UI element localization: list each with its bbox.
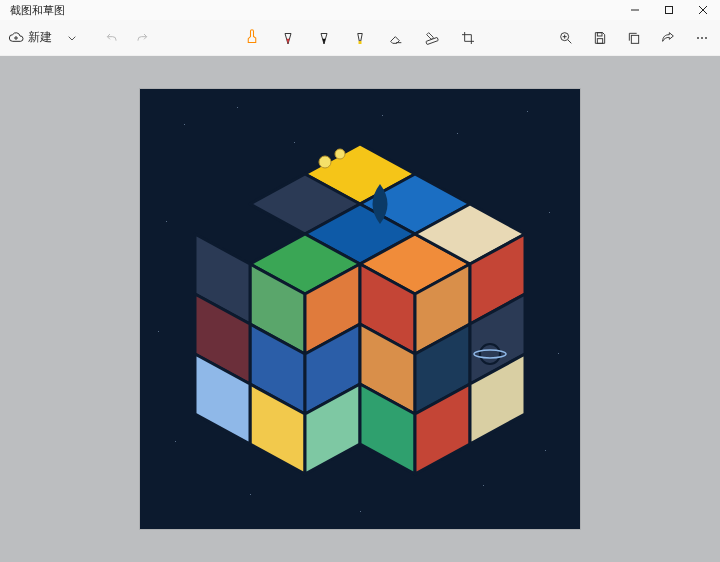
- svg-point-51: [319, 156, 331, 168]
- undo-icon: [104, 30, 120, 46]
- ruler-icon: [424, 30, 440, 46]
- touch-write-icon: [243, 29, 261, 47]
- svg-rect-20: [631, 35, 638, 43]
- pen-red-button[interactable]: [274, 24, 302, 52]
- new-button[interactable]: 新建: [4, 24, 56, 52]
- svg-point-22: [701, 37, 703, 39]
- zoom-icon: [558, 30, 574, 46]
- zoom-button[interactable]: [552, 24, 580, 52]
- maximize-button[interactable]: [652, 0, 686, 20]
- copy-icon: [626, 30, 642, 46]
- toolbar: 新建: [0, 20, 720, 56]
- window-title: 截图和草图: [10, 3, 65, 18]
- close-icon: [698, 5, 708, 15]
- canvas-image: [140, 89, 580, 529]
- svg-rect-1: [666, 7, 673, 14]
- pen-black-button[interactable]: [310, 24, 338, 52]
- minimize-button[interactable]: [618, 0, 652, 20]
- svg-line-15: [568, 40, 571, 43]
- canvas-area[interactable]: [0, 56, 720, 562]
- cube-illustration: [190, 124, 530, 494]
- highlighter-icon: [351, 29, 369, 47]
- svg-rect-19: [597, 38, 602, 43]
- eraser-icon: [388, 30, 404, 46]
- touch-write-button[interactable]: [238, 24, 266, 52]
- close-button[interactable]: [686, 0, 720, 20]
- redo-icon: [134, 30, 150, 46]
- save-button[interactable]: [586, 24, 614, 52]
- svg-point-52: [335, 149, 345, 159]
- toolbar-right: [552, 24, 716, 52]
- share-icon: [660, 30, 676, 46]
- app-window: 截图和草图 新建: [0, 0, 720, 562]
- svg-point-53: [480, 344, 500, 364]
- more-icon: [694, 30, 710, 46]
- eraser-button[interactable]: [382, 24, 410, 52]
- svg-rect-11: [359, 41, 362, 44]
- new-button-label: 新建: [28, 29, 52, 46]
- pen-black-icon: [315, 29, 333, 47]
- share-button[interactable]: [654, 24, 682, 52]
- undo-button[interactable]: [98, 24, 126, 52]
- window-controls: [618, 0, 720, 20]
- copy-button[interactable]: [620, 24, 648, 52]
- save-icon: [592, 30, 608, 46]
- toolbar-center: [238, 24, 482, 52]
- more-button[interactable]: [688, 24, 716, 52]
- maximize-icon: [664, 5, 674, 15]
- svg-rect-18: [597, 32, 602, 35]
- svg-marker-10: [358, 33, 363, 41]
- crop-button[interactable]: [454, 24, 482, 52]
- toolbar-left: 新建: [4, 24, 156, 52]
- pen-red-icon: [279, 29, 297, 47]
- svg-point-23: [705, 37, 707, 39]
- minimize-icon: [630, 5, 640, 15]
- cloud-add-icon: [8, 30, 24, 46]
- new-dropdown-button[interactable]: [58, 24, 86, 52]
- redo-button[interactable]: [128, 24, 156, 52]
- highlighter-button[interactable]: [346, 24, 374, 52]
- crop-icon: [460, 30, 476, 46]
- svg-point-21: [697, 37, 699, 39]
- chevron-down-icon: [64, 30, 80, 46]
- titlebar: 截图和草图: [0, 0, 720, 20]
- ruler-button[interactable]: [418, 24, 446, 52]
